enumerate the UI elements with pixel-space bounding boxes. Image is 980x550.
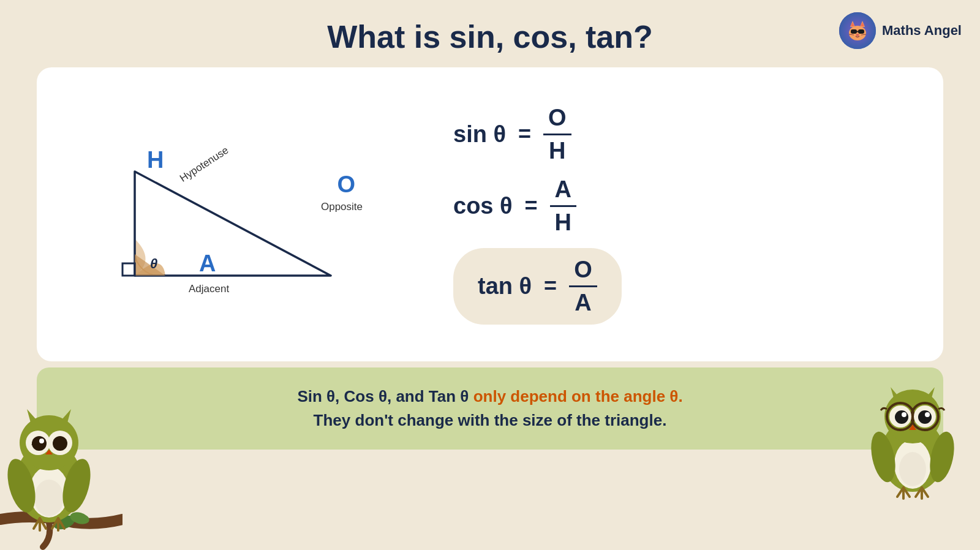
- svg-text:θ: θ: [150, 256, 157, 271]
- owl-left-decoration: [0, 379, 123, 550]
- tan-label: tan θ: [478, 273, 532, 299]
- bottom-text: Sin θ, Cos θ, and Tan θ only depend on t…: [74, 385, 907, 432]
- label-opposite: Opposite: [321, 201, 363, 213]
- bottom-text-black1: Sin θ, Cos θ, and Tan θ: [297, 387, 473, 405]
- sin-numerator: O: [543, 105, 571, 135]
- tan-numerator: O: [569, 257, 597, 287]
- tan-equals: =: [544, 273, 557, 299]
- page-header: What is sin, cos, tan?: [0, 0, 980, 67]
- sin-formula-row: sin θ = O H: [453, 105, 571, 164]
- label-adjacent: Adjacent: [189, 283, 229, 295]
- tan-formula-row: tan θ = O A: [453, 248, 622, 325]
- svg-point-44: [895, 410, 908, 424]
- owl-right-decoration: [858, 366, 968, 501]
- svg-point-45: [918, 410, 932, 424]
- brand: Maths Angel: [839, 12, 962, 49]
- main-card: θ H Hypotenuse O Opposite A Adjacent sin…: [37, 67, 943, 361]
- page-title: What is sin, cos, tan?: [0, 18, 980, 55]
- sin-denominator: H: [544, 135, 570, 164]
- svg-point-27: [32, 436, 47, 451]
- cos-numerator: A: [550, 176, 576, 207]
- svg-point-46: [902, 412, 907, 417]
- formulas-section: sin θ = O H cos θ = A H tan θ = O A: [429, 105, 907, 325]
- cos-denominator: H: [550, 207, 576, 236]
- svg-marker-24: [61, 409, 71, 423]
- tan-denominator: A: [570, 287, 596, 316]
- label-H: H: [147, 147, 164, 173]
- svg-point-29: [39, 439, 44, 443]
- cos-equals: =: [525, 193, 538, 219]
- brand-avatar: [839, 12, 876, 49]
- tan-fraction: O A: [569, 257, 597, 316]
- svg-marker-23: [27, 409, 37, 423]
- svg-point-9: [856, 34, 859, 36]
- cos-label: cos θ: [453, 193, 513, 219]
- sin-equals: =: [518, 121, 531, 147]
- label-O: O: [337, 171, 355, 198]
- brand-name-label: Maths Angel: [882, 23, 962, 39]
- bottom-text-orange: only depend on the angle θ.: [473, 387, 683, 405]
- bottom-text-black2: They don't change with the size of the t…: [314, 411, 667, 429]
- cos-formula-row: cos θ = A H: [453, 176, 576, 236]
- svg-rect-6: [851, 29, 857, 34]
- svg-rect-7: [858, 29, 864, 34]
- svg-point-28: [53, 436, 67, 451]
- cos-fraction: A H: [550, 176, 576, 236]
- triangle-svg: θ: [98, 122, 368, 306]
- label-A: A: [199, 251, 216, 277]
- svg-marker-12: [135, 171, 331, 276]
- sin-label: sin θ: [453, 121, 506, 148]
- svg-point-47: [925, 412, 930, 417]
- svg-point-19: [34, 480, 64, 516]
- sin-fraction: O H: [543, 105, 571, 164]
- svg-point-33: [899, 452, 926, 486]
- triangle-diagram: θ H Hypotenuse O Opposite A Adjacent: [74, 122, 392, 306]
- svg-rect-13: [123, 263, 135, 276]
- bottom-section: Sin θ, Cos θ, and Tan θ only depend on t…: [37, 367, 943, 450]
